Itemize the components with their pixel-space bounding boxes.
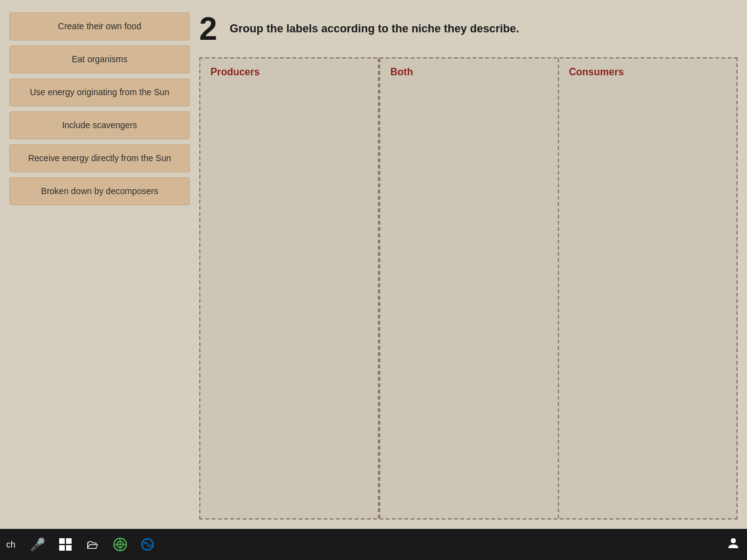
svg-rect-0 [59,538,65,544]
svg-point-9 [731,538,736,543]
label-card-broken-down[interactable]: Broken down by decomposers [9,177,190,205]
instruction-text: Group the labels according to the niche … [230,22,519,35]
sorting-area[interactable]: Producers Both Consumers [199,57,738,520]
label-card-use-energy[interactable]: Use energy originating from the Sun [9,78,190,106]
label-card-create-food[interactable]: Create their own food [9,12,190,40]
label-card-eat-organisms[interactable]: Eat organisms [9,45,190,73]
producers-label: Producers [205,63,373,81]
both-column[interactable]: Both [379,58,559,518]
browser-icon-1[interactable] [109,533,131,556]
file-explorer-icon[interactable]: 🗁 [82,533,104,556]
taskbar-right-icon[interactable] [726,536,741,553]
both-label: Both [385,63,553,81]
label-card-include-scavengers[interactable]: Include scavengers [9,111,190,139]
main-content: Create their own food Eat organisms Use … [0,0,747,529]
left-panel: Create their own food Eat organisms Use … [9,9,190,520]
taskbar: ch 🎤 🗁 [0,529,747,560]
windows-icon[interactable] [54,533,77,556]
browser-icon-2[interactable] [136,533,159,556]
label-card-receive-energy[interactable]: Receive energy directly from the Sun [9,144,190,172]
svg-rect-3 [66,545,72,551]
taskbar-left-text: ch [6,539,16,549]
consumers-label: Consumers [564,63,731,81]
header-area: 2 Group the labels according to the nich… [199,9,738,51]
producers-column[interactable]: Producers [200,58,379,518]
svg-rect-2 [59,545,65,551]
consumers-column[interactable]: Consumers [559,58,736,518]
right-panel: 2 Group the labels according to the nich… [199,9,738,520]
svg-rect-1 [66,538,72,544]
step-number: 2 [199,12,217,45]
mic-icon[interactable]: 🎤 [27,533,49,556]
